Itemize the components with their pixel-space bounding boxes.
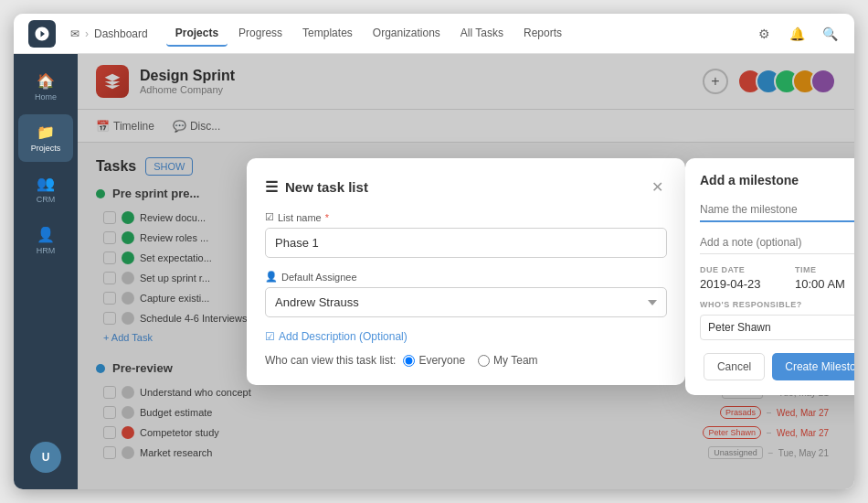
time-value[interactable]: 10:00 AM <box>795 277 854 291</box>
visibility-row: Who can view this task list: Everyone My… <box>265 354 667 367</box>
breadcrumb-dashboard[interactable]: Dashboard <box>94 27 148 40</box>
list-name-label: ☑ List name * <box>265 211 667 223</box>
nav-alltasks[interactable]: All Tasks <box>451 21 513 47</box>
radio-everyone-label: Everyone <box>418 354 465 367</box>
home-icon: 🏠 <box>37 72 55 90</box>
sidebar: 🏠 Home 📁 Projects 👥 CRM 👤 HRM U <box>14 54 78 489</box>
radio-myteam-input[interactable] <box>478 355 490 367</box>
milestone-panel: Add a milestone DUE DATE 2019-04-23 TIME… <box>685 158 854 395</box>
nav-organizations[interactable]: Organizations <box>364 21 450 47</box>
radio-myteam-label: My Team <box>493 354 537 367</box>
crm-icon: 👥 <box>37 175 55 192</box>
required-marker: * <box>325 212 329 223</box>
nav-actions: ⚙ 🔔 🔍 <box>754 24 840 44</box>
milestone-note-input[interactable] <box>700 231 854 254</box>
modal-title: ☰ New task list <box>265 178 368 196</box>
radio-myteam[interactable]: My Team <box>478 354 537 367</box>
modal-overlay: ☰ New task list ✕ ☑ List name * <box>78 54 854 489</box>
sidebar-item-hrm[interactable]: 👤 HRM <box>18 217 73 264</box>
hrm-icon: 👤 <box>37 226 55 243</box>
responsible-label: WHO'S RESPONSIBLE? <box>700 300 854 309</box>
milestone-actions: Cancel Create Milestone <box>700 353 854 380</box>
search-icon[interactable]: 🔍 <box>820 24 840 44</box>
time-label: TIME <box>795 265 854 274</box>
due-date-value[interactable]: 2019-04-23 <box>700 277 786 291</box>
radio-group: Everyone My Team <box>403 354 537 367</box>
add-description-button[interactable]: ☑ Add Description (Optional) <box>265 330 667 343</box>
nav-progress[interactable]: Progress <box>229 21 291 47</box>
milestone-date-row: DUE DATE 2019-04-23 TIME 10:00 AM <box>700 265 854 291</box>
assignee-select[interactable]: Andrew Strauss <box>265 287 667 317</box>
settings-icon[interactable]: ⚙ <box>754 24 774 44</box>
assignee-group: 👤 Default Assignee Andrew Strauss <box>265 271 667 317</box>
sidebar-label-hrm: HRM <box>37 246 56 255</box>
notifications-icon[interactable]: 🔔 <box>787 24 807 44</box>
visibility-label: Who can view this task list: <box>265 354 396 367</box>
breadcrumb-icon: ✉ <box>70 27 79 40</box>
assignee-label: 👤 Default Assignee <box>265 271 667 283</box>
main-nav: Projects Progress Templates Organization… <box>166 21 754 47</box>
user-avatar[interactable]: U <box>30 442 61 473</box>
main-content: Design Sprint Adhome Company + 📅 Ti <box>78 54 854 489</box>
modal-close-button[interactable]: ✕ <box>647 177 667 197</box>
time-field: TIME 10:00 AM <box>795 265 854 291</box>
new-task-list-modal: ☰ New task list ✕ ☑ List name * <box>247 158 685 385</box>
radio-everyone-input[interactable] <box>403 355 415 367</box>
sidebar-item-crm[interactable]: 👥 CRM <box>18 166 73 213</box>
sidebar-item-projects[interactable]: 📁 Projects <box>18 114 73 162</box>
check-icon: ☑ <box>265 211 274 223</box>
nav-projects[interactable]: Projects <box>166 21 228 47</box>
radio-everyone[interactable]: Everyone <box>403 354 465 367</box>
sidebar-label-crm: CRM <box>37 195 56 204</box>
user-icon: 👤 <box>265 271 278 283</box>
list-name-group: ☑ List name * <box>265 211 667 258</box>
create-milestone-button[interactable]: Create Milestone <box>772 353 854 380</box>
cancel-button[interactable]: Cancel <box>704 353 765 380</box>
responsible-select[interactable]: Peter Shawn <box>700 315 854 340</box>
due-date-label: DUE DATE <box>700 265 786 274</box>
sidebar-item-home[interactable]: 🏠 Home <box>18 63 73 111</box>
nav-templates[interactable]: Templates <box>293 21 362 47</box>
projects-icon: 📁 <box>37 123 55 141</box>
list-icon: ☰ <box>265 178 278 196</box>
sidebar-label-projects: Projects <box>31 144 61 153</box>
sidebar-label-home: Home <box>35 92 57 102</box>
check-icon-desc: ☑ <box>265 330 275 343</box>
due-date-field: DUE DATE 2019-04-23 <box>700 265 786 291</box>
milestone-name-input[interactable] <box>700 198 854 222</box>
milestone-title: Add a milestone <box>700 173 854 187</box>
modal-header: ☰ New task list ✕ <box>265 177 667 197</box>
top-nav: ✉ › Dashboard Projects Progress Template… <box>14 14 854 54</box>
breadcrumb: ✉ › Dashboard <box>70 27 148 40</box>
list-name-input[interactable] <box>265 228 667 258</box>
app-logo <box>28 20 56 48</box>
nav-reports[interactable]: Reports <box>514 21 571 47</box>
